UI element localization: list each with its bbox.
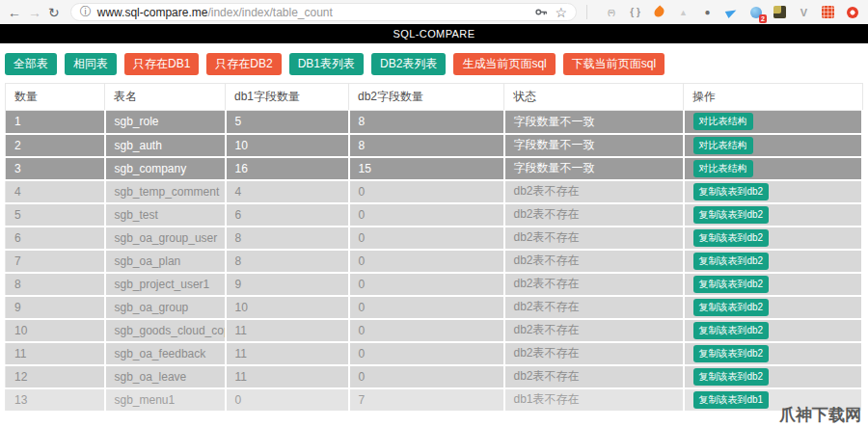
cell-count: 5 (6, 203, 105, 227)
cell-db1-count: 10 (226, 134, 349, 157)
app-header: SQL-COMPARE (0, 24, 868, 43)
cell-db2-count: 8 (349, 111, 504, 134)
copy-table-to-db2-button[interactable]: 复制该表到db2 (693, 368, 770, 386)
grid-icon[interactable] (820, 4, 836, 20)
copy-table-to-db1-button[interactable]: 复制该表到db1 (693, 391, 770, 409)
filter-toolbar: 全部表相同表只存在DB1只存在DB2DB1表列表DB2表列表生成当前页面sql下… (0, 43, 868, 83)
compare-structure-button[interactable]: 对比表结构 (693, 113, 753, 130)
table-row: 8sgb_project_user190db2表不存在复制该表到db2 (6, 273, 863, 296)
copy-table-to-db2-button[interactable]: 复制该表到db2 (693, 345, 770, 362)
db2-table-list-button[interactable]: DB2表列表 (371, 53, 446, 75)
address-bar[interactable]: ⓘ www.sql-compare.me/index/index/table_c… (70, 3, 577, 21)
letter-v-icon[interactable]: V (796, 4, 812, 20)
globe-icon[interactable]: 2 (747, 4, 764, 20)
key-icon[interactable] (534, 5, 549, 19)
cell-count: 11 (6, 342, 105, 365)
cell-db1-count: 4 (226, 180, 349, 203)
copy-table-to-db2-button[interactable]: 复制该表到db2 (693, 183, 770, 200)
paren-equals-icon[interactable]: (≡) (603, 4, 619, 20)
bulb-icon[interactable]: ● (699, 4, 716, 20)
table-row: 4sgb_temp_comment40db2表不存在复制该表到db2 (6, 180, 863, 203)
refresh-icon[interactable]: ↻ (48, 6, 60, 19)
cell-table-name: sgb_temp_comment (105, 180, 226, 203)
db1-table-list-button[interactable]: DB1表列表 (289, 53, 364, 75)
cell-db2-count: 0 (349, 319, 504, 342)
compare-structure-button[interactable]: 对比表结构 (693, 160, 753, 177)
cell-table-name: sgb_oa_leave (105, 365, 226, 388)
cell-action: 复制该表到db2 (684, 203, 863, 227)
table-row: 13sgb_menu107db1表不存在复制该表到db1 (6, 388, 863, 412)
back-icon[interactable]: ← (8, 6, 21, 19)
extension-badge: 2 (759, 14, 767, 23)
triangle-icon[interactable]: ▲ (675, 4, 692, 20)
copy-table-to-db2-button[interactable]: 复制该表到db2 (693, 206, 770, 224)
cell-action: 对比表结构 (684, 157, 863, 180)
cell-action: 复制该表到db2 (684, 180, 863, 203)
same-tables-button[interactable]: 相同表 (65, 53, 117, 75)
copy-table-to-db2-button[interactable]: 复制该表到db2 (693, 322, 770, 339)
cell-action: 对比表结构 (684, 134, 863, 157)
braces-icon[interactable]: { } (627, 4, 643, 20)
table-container: 数量表名db1字段数量db2字段数量状态操作 1sgb_role58字段数量不一… (0, 83, 868, 413)
record-icon[interactable] (844, 4, 860, 20)
only-in-db2-button[interactable]: 只存在DB2 (206, 53, 281, 75)
page-info-icon[interactable]: ⓘ (80, 4, 92, 20)
cell-db2-count: 0 (349, 203, 504, 227)
cell-status: db2表不存在 (504, 365, 684, 388)
cell-table-name: sgb_goods_cloud_copy (105, 319, 226, 342)
cell-db2-count: 0 (349, 342, 504, 365)
flame-icon[interactable] (651, 4, 667, 20)
all-tables-button[interactable]: 全部表 (5, 53, 57, 75)
column-header: db2字段数量 (349, 84, 504, 111)
cell-action: 复制该表到db2 (684, 365, 863, 388)
cell-count: 6 (6, 227, 105, 250)
column-header: db1字段数量 (226, 84, 349, 111)
copy-table-to-db2-button[interactable]: 复制该表到db2 (693, 229, 770, 247)
table-row: 5sgb_test60db2表不存在复制该表到db2 (6, 203, 863, 227)
cell-table-name: sgb_oa_group_user (105, 227, 226, 250)
cell-status: 字段数量不一致 (504, 134, 684, 157)
cell-count: 9 (6, 296, 105, 319)
cell-status: 字段数量不一致 (504, 111, 684, 134)
cell-status: db2表不存在 (504, 227, 684, 250)
cell-db1-count: 11 (226, 342, 349, 365)
cell-count: 3 (6, 157, 105, 180)
translator-icon[interactable] (772, 4, 788, 20)
cell-db1-count: 0 (226, 388, 349, 412)
cell-db2-count: 15 (349, 157, 504, 180)
download-page-sql-button[interactable]: 下载当前页面sql (563, 53, 665, 75)
copy-table-to-db2-button[interactable]: 复制该表到db2 (693, 276, 770, 293)
cell-table-name: sgb_test (105, 203, 226, 227)
table-row: 9sgb_oa_group100db2表不存在复制该表到db2 (6, 296, 863, 319)
cell-count: 2 (6, 134, 105, 157)
cell-db2-count: 8 (349, 134, 504, 157)
only-in-db1-button[interactable]: 只存在DB1 (124, 53, 199, 75)
table-row: 12sgb_oa_leave110db2表不存在复制该表到db2 (6, 365, 863, 388)
table-row: 2sgb_auth108字段数量不一致对比表结构 (6, 134, 863, 157)
cell-table-name: sgb_company (105, 157, 226, 180)
cell-table-name: sgb_project_user1 (105, 273, 226, 296)
extension-separator (586, 5, 587, 19)
browser-toolbar: ← → ↻ ⓘ www.sql-compare.me/index/index/t… (0, 0, 868, 24)
copy-table-to-db2-button[interactable]: 复制该表到db2 (693, 253, 770, 270)
cell-table-name: sgb_oa_feedback (105, 342, 226, 365)
table-row: 3sgb_company1615字段数量不一致对比表结构 (6, 157, 863, 180)
copy-table-to-db2-button[interactable]: 复制该表到db2 (693, 299, 770, 316)
table-row: 1sgb_role58字段数量不一致对比表结构 (6, 111, 863, 134)
cell-action: 复制该表到db2 (684, 250, 863, 273)
forward-icon[interactable]: → (28, 6, 41, 19)
comparison-table: 数量表名db1字段数量db2字段数量状态操作 1sgb_role58字段数量不一… (5, 83, 863, 413)
cell-status: db2表不存在 (504, 296, 684, 319)
cell-table-name: sgb_menu1 (105, 388, 226, 412)
generate-page-sql-button[interactable]: 生成当前页面sql (453, 53, 555, 75)
cell-action: 复制该表到db2 (684, 319, 863, 342)
cell-action: 复制该表到db2 (684, 227, 863, 250)
compare-structure-button[interactable]: 对比表结构 (693, 137, 753, 154)
cell-action: 复制该表到db2 (684, 296, 863, 319)
cell-status: 字段数量不一致 (504, 157, 684, 180)
cell-db2-count: 0 (349, 273, 504, 296)
paper-plane-icon[interactable] (723, 4, 740, 20)
bookmark-star-icon[interactable]: ☆ (555, 5, 567, 20)
url-text: www.sql-compare.me/index/index/table_cou… (97, 6, 333, 19)
cell-status: db2表不存在 (504, 203, 684, 227)
